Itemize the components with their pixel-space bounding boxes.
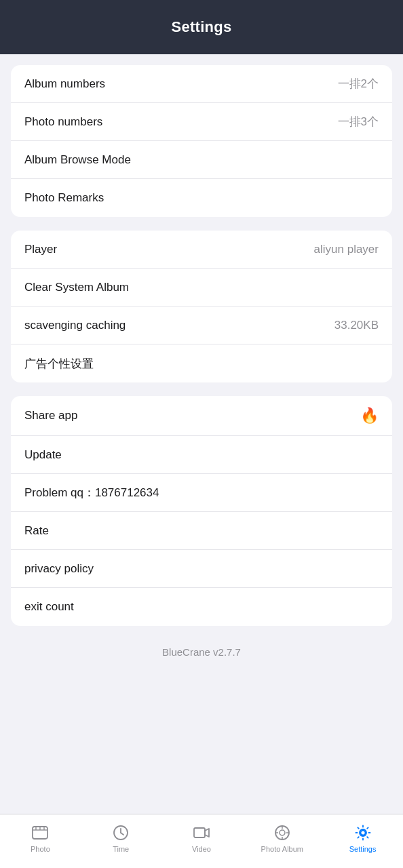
photo-remarks-row[interactable]: Photo Remarks [11,179,392,217]
tab-photo-label: Photo [31,845,50,853]
album-numbers-value: 一排2个 [338,76,379,92]
tab-photo[interactable]: Photo [0,823,81,853]
privacy-policy-row[interactable]: privacy policy [11,550,392,588]
exit-count-label: exit count [24,600,74,614]
svg-rect-8 [194,828,205,837]
ad-settings-label: 广告个性设置 [24,356,94,372]
tab-time[interactable]: Time [81,823,161,853]
player-label: Player [24,243,57,256]
tab-settings[interactable]: Settings [322,823,403,853]
photo-icon [31,823,50,842]
card-app-info: Share app 🔥 Update Problem qq：1876712634… [11,396,392,626]
rate-label: Rate [24,524,49,538]
tab-video-label: Video [192,845,211,853]
photo-numbers-row[interactable]: Photo numbers 一排3个 [11,103,392,141]
svg-point-10 [280,830,285,835]
tab-video[interactable]: Video [161,823,242,853]
player-value: aliyun player [314,243,379,256]
tab-bar: Photo Time Video [0,814,403,868]
update-label: Update [24,448,62,462]
exit-count-row[interactable]: exit count [11,588,392,626]
album-numbers-row[interactable]: Album numbers 一排2个 [11,65,392,103]
player-row[interactable]: Player aliyun player [11,231,392,269]
app-header: Settings [0,0,403,54]
ad-settings-row[interactable]: 广告个性设置 [11,344,392,382]
scavenging-caching-row[interactable]: scavenging caching 33.20KB [11,307,392,344]
header-title: Settings [171,18,231,36]
fire-icon: 🔥 [360,407,379,425]
share-app-label: Share app [24,409,77,422]
scavenging-caching-label: scavenging caching [24,319,126,332]
clear-system-album-label: Clear System Album [24,281,129,294]
photo-numbers-value: 一排3个 [338,114,379,130]
rate-row[interactable]: Rate [11,512,392,550]
scavenging-caching-value: 33.20KB [334,319,379,332]
settings-icon [353,823,372,842]
svg-point-15 [360,830,365,835]
tab-photo-album-label: Photo Album [261,845,303,853]
problem-qq-row[interactable]: Problem qq：1876712634 [11,474,392,512]
privacy-policy-label: privacy policy [24,562,94,576]
time-icon [111,823,130,842]
svg-line-7 [121,833,123,835]
photo-album-icon [273,823,292,842]
photo-remarks-label: Photo Remarks [24,191,104,205]
album-browse-mode-label: Album Browse Mode [24,153,131,167]
card-display-settings: Album numbers 一排2个 Photo numbers 一排3个 Al… [11,65,392,217]
photo-numbers-label: Photo numbers [24,115,102,129]
tab-settings-label: Settings [349,845,377,853]
video-icon [192,823,211,842]
update-row[interactable]: Update [11,436,392,474]
album-numbers-label: Album numbers [24,77,105,91]
tab-photo-album[interactable]: Photo Album [242,823,322,853]
version-text: BlueCrane v2.7.7 [11,639,392,669]
main-content: Album numbers 一排2个 Photo numbers 一排3个 Al… [0,54,403,814]
problem-qq-label: Problem qq：1876712634 [24,485,159,500]
tab-time-label: Time [113,845,129,853]
card-system-settings: Player aliyun player Clear System Album … [11,231,392,382]
share-app-row[interactable]: Share app 🔥 [11,396,392,436]
album-browse-mode-row[interactable]: Album Browse Mode [11,141,392,179]
clear-system-album-row[interactable]: Clear System Album [11,269,392,307]
